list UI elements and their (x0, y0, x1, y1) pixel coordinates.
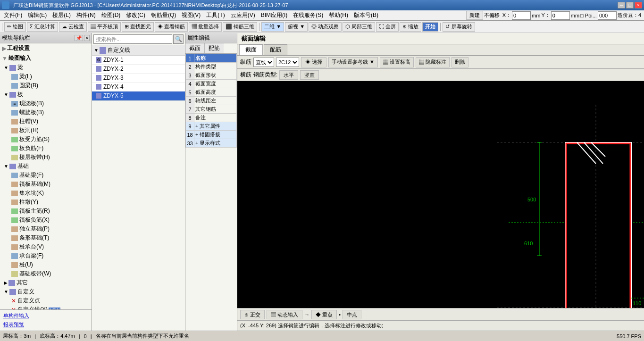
nav-section-engineering[interactable]: ▶ 工程设置 (0, 43, 92, 53)
rebar-size-select[interactable]: 2C12 (276, 58, 299, 67)
nav-item-found-band[interactable]: 基础板带(W) (0, 269, 92, 278)
tab-section[interactable]: 截面 (185, 43, 205, 53)
select-rebar-button[interactable]: ◈ 选择 (301, 57, 326, 67)
nav-item-neg-rebar[interactable]: 板负筋(F) (0, 144, 92, 153)
nav-item-found-beam[interactable]: 基础梁(F) (0, 171, 92, 180)
batch-select-button[interactable]: ▦ 批量选择 (189, 22, 222, 32)
nav-section-draw-input[interactable]: ▼ 绘图输入 (0, 53, 92, 63)
section-tab-rebar[interactable]: 配筋 (264, 44, 287, 55)
nav-item-custom-group[interactable]: ▼ 自定义 (0, 287, 92, 296)
nav-close-button[interactable]: × (84, 35, 90, 41)
fullscreen-button[interactable]: ⛶ 全屏 (376, 22, 399, 32)
nav-item-custom-point[interactable]: ✕ 自定义点 (0, 296, 92, 305)
nav-item-pile-cap[interactable]: 桩承台(V) (0, 242, 92, 251)
y-input[interactable] (551, 11, 570, 20)
menu-component[interactable]: 构件(N) (74, 10, 99, 20)
view-2d-button[interactable]: 二维 ▼ (261, 22, 284, 32)
prop-label-9[interactable]: + 其它属性 (194, 122, 237, 131)
hide-mark-button[interactable]: ▦ 隐藏标注 (416, 57, 450, 67)
start-button[interactable]: 开始 (422, 22, 438, 32)
menu-help[interactable]: 帮助(H) (326, 10, 351, 20)
sum-button[interactable]: Σ 汇总计算 (27, 22, 58, 32)
top-view-button[interactable]: 俯视 ▼ (285, 22, 308, 32)
zoom-button[interactable]: ⊕ 缩放 (400, 22, 421, 32)
maximize-button[interactable]: □ (626, 2, 634, 8)
menu-service[interactable]: 在线服务(S) (290, 10, 326, 20)
nav-item-beam[interactable]: 梁(L) (0, 72, 92, 81)
nav-item-cast-slab[interactable]: ≡ 现浇板(B) (0, 99, 92, 108)
nav-item-beam-group[interactable]: ▼ 梁 (0, 63, 92, 72)
nav-item-foundation-group[interactable]: ▼ 基础 (0, 162, 92, 171)
nav-item-raft[interactable]: 筏板基础(M) (0, 180, 92, 189)
menu-bim[interactable]: BIM应用(I) (258, 10, 291, 20)
nav-item-slab-hole[interactable]: 板洞(H) (0, 126, 92, 135)
screen-rotate-button[interactable]: ↺ 屏幕旋转 (443, 22, 475, 32)
toolbar-new-button[interactable]: 新建 (466, 11, 483, 20)
tab-rebar[interactable]: 配筋 (205, 43, 224, 53)
component-item-zdyx1[interactable]: ⚙ ZDYX-1 (92, 56, 185, 65)
horizontal-type-button[interactable]: 水平 (279, 70, 298, 80)
view-rebar-button[interactable]: ◈ 查看钢筋 (155, 22, 188, 32)
component-item-zdyx4[interactable]: ZDYX-4 (92, 83, 185, 91)
poi-input[interactable] (598, 11, 617, 20)
nav-item-spiral-slab[interactable]: 螺旋板(B) (0, 108, 92, 117)
find-element-button[interactable]: ⊞ 查找图元 (122, 22, 154, 32)
manual-ref-line-button[interactable]: 手动设置参考线 ▼ (328, 57, 378, 67)
prop-label-33[interactable]: + 显示样式 (194, 139, 237, 148)
nav-item-cap-beam[interactable]: 承台梁(F) (0, 251, 92, 260)
menu-edit[interactable]: 编辑(E) (25, 10, 50, 20)
nav-item-slab-rebar[interactable]: 板受力筋(S) (0, 135, 92, 144)
rebar-type-select[interactable]: 直线 (253, 58, 274, 67)
cloud-check-button[interactable]: ☁ 云检查 (59, 22, 87, 32)
menu-cloud[interactable]: 云应用(V) (228, 10, 258, 20)
nav-item-raft-neg-rebar[interactable]: 筏板负筋(X) (0, 216, 92, 225)
menu-floor[interactable]: 楼层(L) (50, 10, 74, 20)
nav-item-isolated-found[interactable]: 独立基础(P) (0, 225, 92, 233)
nav-item-floor-band[interactable]: 楼层板带(H) (0, 153, 92, 162)
canvas-area[interactable]: 500 610 610 (237, 81, 644, 308)
nav-item-pit[interactable]: 集水坑(K) (0, 189, 92, 198)
dynamic-view-button[interactable]: ◎ 动态观察 (309, 22, 342, 32)
rebar-3d-button[interactable]: ⬛ 钢筋三维 (223, 22, 257, 32)
set-elevation-button[interactable]: ▦ 设置标高 (380, 57, 414, 67)
menu-tools[interactable]: 工具(T) (203, 10, 227, 20)
draw-button[interactable]: ✏ 绘图 (4, 22, 26, 32)
nav-item-pier[interactable]: 柱墩(Y) (0, 198, 92, 207)
custom-line-root[interactable]: ▼ 自定义线 (92, 45, 185, 56)
section-tab-section[interactable]: 截面 (239, 44, 263, 55)
component-item-zdyx2[interactable]: ZDYX-2 (92, 65, 185, 74)
nav-pin-button[interactable]: 📌 (75, 35, 83, 41)
component-item-zdyx3[interactable]: ZDYX-3 (92, 74, 185, 83)
nav-item-slab-group[interactable]: ▼ 板 (0, 90, 92, 99)
nav-item-other-group[interactable]: ▶ 其它 (0, 278, 92, 287)
menu-modify[interactable]: 修改(C) (123, 10, 148, 20)
single-component-link[interactable]: 单构件输入 (1, 311, 90, 320)
orthogonal-button[interactable]: ⊕ 正交 (240, 310, 265, 319)
close-button[interactable]: × (635, 2, 642, 8)
dynamic-input-button[interactable]: ▤ 动态输入 (267, 310, 302, 319)
report-preview-link[interactable]: 报表预览 (1, 320, 90, 329)
search-button[interactable]: 🔍 (173, 34, 184, 44)
delete-rebar-button[interactable]: 删除 (452, 57, 468, 67)
x-input[interactable] (512, 11, 531, 20)
local-3d-button[interactable]: ⬡ 局部三维 (343, 22, 375, 32)
menu-rebar[interactable]: 钢筋量(Q) (148, 10, 179, 20)
prop-label-18[interactable]: + 锚固搭接 (194, 131, 237, 139)
search-input[interactable] (93, 34, 172, 44)
nav-item-column-cap[interactable]: 柱帽(V) (0, 117, 92, 126)
nav-item-pile[interactable]: 桩(U) (0, 260, 92, 269)
midpoint2-button[interactable]: 中点 (343, 310, 361, 319)
midpoint-button[interactable]: ◆ 重点 (311, 310, 337, 319)
component-item-zdyx5[interactable]: ZDYX-5 (92, 91, 185, 100)
nav-item-custom-line[interactable]: ✕ 自定义线(X) NEW (0, 305, 92, 309)
nav-item-round-beam[interactable]: 圆梁(B) (0, 81, 92, 90)
menu-draw[interactable]: 绘图(D) (99, 10, 124, 20)
menu-version[interactable]: 版本号(B) (351, 10, 381, 20)
nav-item-raft-main-rebar[interactable]: 筏板主筋(R) (0, 207, 92, 216)
vertical-type-button[interactable]: 竖直 (300, 70, 319, 80)
menu-view[interactable]: 视图(V) (179, 10, 203, 20)
nav-item-strip-found[interactable]: 条形基础(T) (0, 233, 92, 242)
menu-file[interactable]: 文件(F) (1, 10, 25, 20)
align-top-button[interactable]: ▤ 平齐板顶 (88, 22, 121, 32)
minimize-button[interactable]: ─ (618, 2, 625, 8)
